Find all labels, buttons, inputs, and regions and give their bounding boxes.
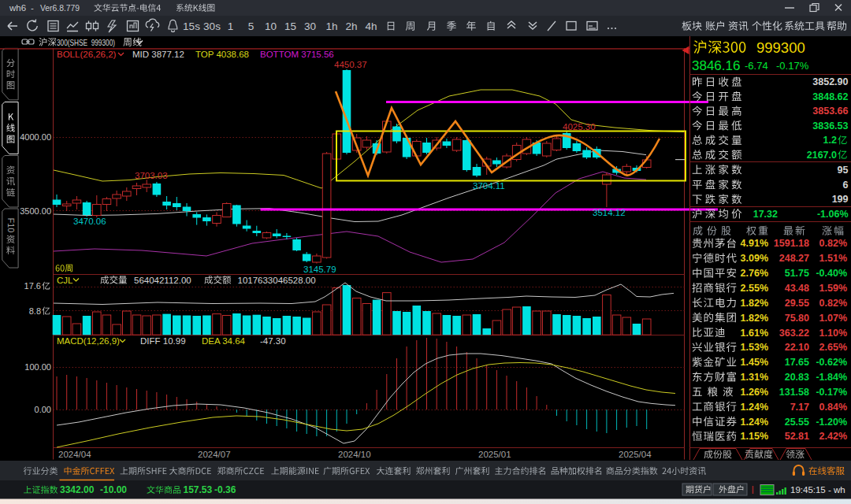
svg-text:30: 30 <box>304 20 316 32</box>
svg-text:22.10: 22.10 <box>785 342 809 353</box>
svg-text:95: 95 <box>838 165 849 176</box>
svg-text:1591.18: 1591.18 <box>774 238 809 249</box>
svg-text:1.24%: 1.24% <box>741 417 768 428</box>
svg-text:-1.84%: -1.84% <box>816 372 847 383</box>
svg-text:10: 10 <box>265 20 277 32</box>
svg-text:-1.20%: -1.20% <box>816 417 847 428</box>
svg-text:2.65%: 2.65% <box>819 342 847 353</box>
svg-text:0.00: 0.00 <box>35 405 51 414</box>
svg-text:25.55: 25.55 <box>785 417 809 428</box>
svg-text:100.00: 100.00 <box>24 362 51 372</box>
svg-text:-47.30: -47.30 <box>260 336 286 346</box>
svg-text:4000.00: 4000.00 <box>20 132 51 142</box>
svg-text:15s: 15s <box>183 20 200 32</box>
svg-text:8.8: 8.8 <box>29 306 41 316</box>
svg-text:4025.30: 4025.30 <box>563 122 596 132</box>
svg-text:999300: 999300 <box>756 39 805 56</box>
svg-text:30s: 30s <box>203 20 221 32</box>
svg-text:DEA 34.64: DEA 34.64 <box>202 336 246 346</box>
svg-text:199: 199 <box>832 194 849 205</box>
svg-text:3500.00: 3500.00 <box>20 206 51 216</box>
svg-text:564042112.00: 564042112.00 <box>134 276 191 285</box>
svg-text:-10.00: -10.00 <box>100 484 127 495</box>
svg-text:3704.11: 3704.11 <box>473 181 505 191</box>
svg-text:2.76%: 2.76% <box>741 268 768 279</box>
svg-text:17.65: 17.65 <box>785 357 809 368</box>
svg-text:1.51%: 1.51% <box>819 253 847 264</box>
svg-text:0.82%: 0.82% <box>819 298 847 309</box>
svg-text:3703.03: 3703.03 <box>135 171 168 180</box>
svg-text:-0.17%: -0.17% <box>816 387 847 398</box>
svg-text:-0.40%: -0.40% <box>816 268 847 279</box>
svg-text:DIFF 10.99: DIFF 10.99 <box>140 336 186 346</box>
svg-text:0.82%: 0.82% <box>819 238 847 249</box>
svg-text:4h: 4h <box>365 20 377 32</box>
svg-text:-6.74: -6.74 <box>745 60 768 72</box>
svg-text:51.75: 51.75 <box>785 268 809 279</box>
svg-text:BOTTOM 3715.56: BOTTOM 3715.56 <box>260 50 334 59</box>
svg-text:75.80: 75.80 <box>785 313 809 324</box>
svg-text:-0.17%: -0.17% <box>776 60 809 72</box>
svg-text:1.15%: 1.15% <box>741 431 768 442</box>
svg-text:6: 6 <box>843 180 849 191</box>
svg-text:1.31%: 1.31% <box>741 372 768 383</box>
svg-text:-1.06%: -1.06% <box>817 209 849 220</box>
svg-text:F10: F10 <box>6 218 16 233</box>
svg-text:1.26%: 1.26% <box>741 387 768 398</box>
svg-text:1.24%: 1.24% <box>741 402 768 413</box>
svg-text:19:45:15 - wh: 19:45:15 - wh <box>790 485 845 495</box>
svg-text:1.59%: 1.59% <box>819 283 847 294</box>
svg-text:-0.62%: -0.62% <box>816 357 847 368</box>
svg-text:29.55: 29.55 <box>785 298 809 309</box>
svg-text:1017633046528.00: 1017633046528.00 <box>238 276 316 285</box>
svg-text:2167.0: 2167.0 <box>807 150 837 161</box>
svg-text:wh6: wh6 <box>9 3 26 13</box>
svg-text:17.6: 17.6 <box>24 281 41 291</box>
svg-text:4450.37: 4450.37 <box>334 60 367 69</box>
svg-text:1.82%: 1.82% <box>741 298 768 309</box>
svg-text:43.48: 43.48 <box>785 283 809 294</box>
svg-text:Ver6.8.779: Ver6.8.779 <box>40 3 80 13</box>
svg-text:1.82%: 1.82% <box>741 313 768 324</box>
svg-text:1.2: 1.2 <box>823 135 837 146</box>
svg-text:MID 3877.12: MID 3877.12 <box>132 50 184 59</box>
svg-text:20.83: 20.83 <box>785 372 809 383</box>
svg-text:3342.00: 3342.00 <box>60 484 95 495</box>
svg-text:TOP 4038.68: TOP 4038.68 <box>195 50 249 59</box>
svg-text:2025/04: 2025/04 <box>619 450 652 459</box>
svg-text:MACD(12,26,9): MACD(12,26,9) <box>57 336 120 346</box>
svg-text:3145.79: 3145.79 <box>303 265 336 274</box>
svg-text:363.22: 363.22 <box>779 328 809 339</box>
svg-text:3846.16: 3846.16 <box>692 58 740 73</box>
svg-text:2025/01: 2025/01 <box>478 450 511 459</box>
svg-text:131.58: 131.58 <box>779 387 809 398</box>
svg-text:248.27: 248.27 <box>779 253 809 264</box>
svg-text:-: - <box>31 3 34 13</box>
svg-text:1.07%: 1.07% <box>819 313 847 324</box>
svg-text:3848.62: 3848.62 <box>812 91 848 102</box>
svg-text:3470.06: 3470.06 <box>73 217 106 226</box>
svg-text:1.53%: 1.53% <box>741 342 768 353</box>
svg-text:0.84%: 0.84% <box>819 402 847 413</box>
svg-text:3853.66: 3853.66 <box>812 106 848 117</box>
svg-text:1.61%: 1.61% <box>741 328 768 339</box>
svg-text:3836.53: 3836.53 <box>812 120 848 132</box>
svg-text:300(SHSE 999300): 300(SHSE 999300) <box>57 38 115 47</box>
svg-text:157.53: 157.53 <box>184 484 213 495</box>
svg-text:1h: 1h <box>325 20 337 32</box>
svg-text:5: 5 <box>248 20 255 32</box>
svg-text:1.45%: 1.45% <box>741 357 768 368</box>
svg-text:3.09%: 3.09% <box>741 253 768 264</box>
svg-text:2024/07: 2024/07 <box>198 450 231 459</box>
svg-text:15: 15 <box>284 20 296 32</box>
svg-text:2024/04: 2024/04 <box>58 450 91 459</box>
svg-text:2024/10: 2024/10 <box>338 450 371 459</box>
svg-text:4.91%: 4.91% <box>741 238 768 249</box>
svg-text:7.17: 7.17 <box>790 402 809 413</box>
svg-text:1.10%: 1.10% <box>819 328 847 339</box>
svg-text:CJL: CJL <box>57 276 73 285</box>
svg-text:3852.90: 3852.90 <box>812 76 848 87</box>
svg-text:BOLL(26,26,2): BOLL(26,26,2) <box>57 50 117 59</box>
svg-text:1: 1 <box>228 20 234 32</box>
svg-text:3514.12: 3514.12 <box>593 208 626 217</box>
